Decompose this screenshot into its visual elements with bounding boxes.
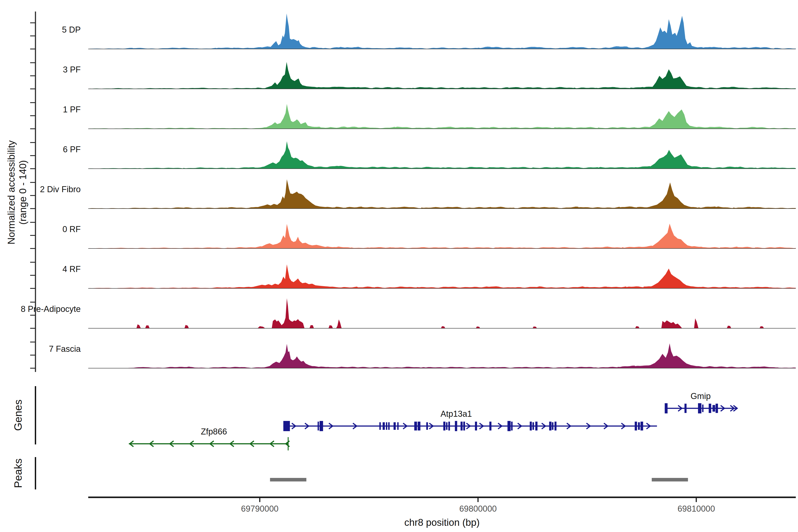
- gene-exon: [684, 404, 686, 413]
- gene-exon: [379, 422, 381, 430]
- gene-exon: [714, 405, 715, 412]
- track-label: 0 RF: [62, 225, 81, 234]
- y-axis-label-line1: Normalized accessibility: [6, 140, 17, 244]
- coverage-area: [90, 264, 796, 288]
- gene-exon: [552, 422, 553, 430]
- x-axis-ticks: 697900006980000069810000: [241, 498, 715, 513]
- gene-exon: [449, 422, 450, 431]
- gene-exon: [511, 422, 513, 431]
- coverage-track: 3 PF: [63, 62, 796, 89]
- gene-models: Zfp866Atp13a1Gmip: [129, 392, 737, 451]
- gene-label: Gmip: [690, 392, 711, 401]
- coverage-area: [90, 343, 796, 368]
- coverage-area: [90, 179, 796, 209]
- coverage-track: 8 Pre-Adipocyte: [21, 298, 796, 328]
- gene-exon: [665, 403, 668, 413]
- gene-exon: [475, 422, 477, 431]
- gene-exon: [461, 422, 463, 431]
- gene-exon: [414, 422, 417, 431]
- gene-exon: [716, 404, 718, 413]
- track-label: 2 Div Fibro: [40, 185, 81, 194]
- coverage-area: [90, 62, 796, 89]
- coverage-tracks: 5 DP3 PF1 PF6 PF2 Div Fibro0 RF4 RF8 Pre…: [21, 14, 796, 368]
- coverage-track: 2 Div Fibro: [40, 179, 796, 209]
- coverage-track: 4 RF: [62, 264, 796, 288]
- coverage-track: 6 PF: [63, 141, 796, 169]
- gene-exon: [698, 403, 701, 413]
- gene-model: Zfp866: [129, 427, 289, 451]
- peak-calls: [270, 478, 688, 481]
- gene-exon: [283, 421, 290, 431]
- genes-section-label: Genes: [12, 399, 24, 431]
- gene-exon: [555, 422, 557, 431]
- x-axis-tick-label: 69800000: [459, 504, 497, 513]
- gene-exon: [507, 421, 511, 431]
- gene-exon: [443, 422, 445, 431]
- gene-exon: [702, 404, 704, 412]
- coverage-track: 7 Fascia: [49, 343, 796, 368]
- gene-exon: [535, 422, 537, 431]
- track-label: 3 PF: [63, 65, 81, 74]
- gene-exon: [532, 422, 534, 430]
- track-label: 8 Pre-Adipocyte: [21, 304, 81, 314]
- gene-exon: [640, 422, 643, 431]
- coverage-track: 5 DP: [62, 14, 796, 49]
- gene-exon: [634, 422, 637, 431]
- gene-exon: [549, 422, 551, 431]
- coverage-area: [90, 14, 796, 49]
- gene-exon: [388, 422, 390, 430]
- gene-model: Atp13a1: [283, 409, 657, 431]
- x-axis-tick-label: 69810000: [678, 504, 715, 513]
- gene-exon: [397, 422, 399, 430]
- gene-exon: [712, 405, 714, 412]
- track-label: 1 PF: [63, 105, 81, 114]
- coverage-area: [90, 224, 796, 248]
- peak-bar: [270, 478, 306, 481]
- gene-exon: [530, 422, 532, 431]
- track-label: 4 RF: [62, 264, 81, 274]
- gene-exon: [426, 422, 428, 430]
- gene-label: Zfp866: [201, 427, 227, 436]
- gene-exon: [394, 422, 396, 430]
- track-label: 7 Fascia: [49, 344, 81, 354]
- gene-exon: [455, 421, 457, 431]
- y-axis-label-line2: (range 0 - 140): [17, 160, 28, 225]
- x-axis-tick-label: 69790000: [241, 504, 279, 513]
- gene-exon: [709, 404, 711, 413]
- coverage-area: [90, 104, 796, 129]
- x-axis-line: [88, 496, 796, 498]
- gene-exon: [418, 422, 420, 431]
- gene-exon: [638, 422, 640, 430]
- coverage-track: 0 RF: [62, 224, 796, 248]
- gene-exon: [490, 422, 491, 431]
- coverage-area: [90, 298, 796, 328]
- peak-bar: [652, 478, 688, 481]
- gene-exon: [463, 422, 465, 431]
- gene-exon: [318, 422, 319, 431]
- tracks-axis-ticks: [30, 23, 36, 368]
- gene-label: Atp13a1: [440, 409, 472, 418]
- genome-browser-figure: Normalized accessibility (range 0 - 140)…: [0, 0, 798, 532]
- track-label: 5 DP: [62, 25, 81, 34]
- gene-exon: [386, 422, 387, 430]
- track-label: 6 PF: [63, 145, 81, 154]
- gene-exon: [383, 422, 385, 430]
- coverage-track: 1 PF: [63, 104, 796, 129]
- gene-model: Gmip: [665, 392, 737, 413]
- gene-exon: [446, 422, 447, 430]
- gene-exon: [320, 421, 323, 431]
- peaks-section-label: Peaks: [12, 458, 24, 488]
- coverage-area: [90, 141, 796, 169]
- x-axis-title: chr8 position (bp): [404, 517, 480, 528]
